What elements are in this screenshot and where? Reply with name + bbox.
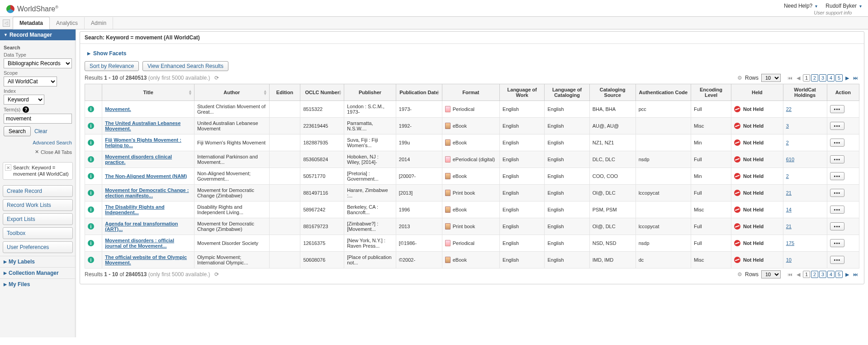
holdings-link[interactable]: 610 — [786, 157, 794, 162]
page-4[interactable]: 4 — [827, 271, 835, 278]
terms-input[interactable] — [4, 114, 72, 124]
row-action-menu[interactable]: ••• — [830, 122, 845, 130]
cell-source: IMD, IMD — [589, 252, 636, 268]
title-link[interactable]: The United Australian Lebanese Movement. — [105, 120, 180, 131]
cell-pubdate: 1996 — [396, 201, 442, 218]
info-icon[interactable]: i — [88, 173, 94, 179]
title-link[interactable]: The Disability Rights and Independent... — [105, 204, 164, 215]
info-icon[interactable]: i — [88, 106, 94, 112]
create-record-button[interactable]: Create Record — [3, 185, 73, 197]
title-link[interactable]: The Non-Aligned Movement (NAM) — [105, 173, 187, 179]
title-link[interactable]: Agenda for real transformation (ART)... — [105, 221, 178, 232]
gear-icon[interactable]: ⚙ — [737, 271, 742, 278]
row-action-menu[interactable]: ••• — [830, 256, 845, 264]
export-lists-button[interactable]: Export Lists — [3, 213, 73, 225]
info-icon[interactable]: i — [88, 240, 94, 246]
clear-link[interactable]: Clear — [34, 128, 47, 134]
sidebar-my-labels[interactable]: ▶My Labels — [0, 256, 76, 267]
sidebar-record-manager-header[interactable]: ▼Record Manager — [0, 29, 76, 40]
row-action-menu[interactable]: ••• — [830, 189, 845, 197]
cell-encoding: Full — [691, 235, 731, 252]
holdings-link[interactable]: 3 — [786, 123, 789, 129]
row-action-menu[interactable]: ••• — [830, 155, 845, 163]
sort-by-relevance-button[interactable]: Sort by Relevance — [85, 61, 139, 71]
holdings-link[interactable]: 10 — [786, 257, 792, 263]
row-action-menu[interactable]: ••• — [830, 206, 845, 214]
tab-analytics[interactable]: Analytics — [50, 17, 85, 29]
info-icon[interactable]: i — [88, 139, 94, 146]
page-5[interactable]: 5 — [835, 74, 843, 81]
holdings-link[interactable]: 21 — [786, 224, 792, 229]
row-action-menu[interactable]: ••• — [830, 222, 845, 230]
sidebar-my-files[interactable]: ▶My Files — [0, 278, 76, 290]
row-action-menu[interactable]: ••• — [830, 105, 845, 113]
search-button[interactable]: Search — [4, 126, 31, 136]
close-all-tabs[interactable]: ✕Close All Tabs — [4, 149, 72, 155]
info-icon[interactable]: i — [88, 206, 94, 213]
chevron-down-icon: ▾ — [859, 4, 862, 9]
open-search-tab[interactable]: ✕ Search: Keyword = movement (All WorldC… — [3, 162, 73, 180]
page-3[interactable]: 3 — [819, 74, 826, 81]
col-publication-date[interactable]: Publication Date▲▼ — [396, 84, 442, 101]
title-link[interactable]: Movement. — [105, 106, 131, 112]
page-last[interactable]: ⏭ — [852, 271, 859, 278]
rows-select[interactable]: 10 — [761, 74, 781, 82]
data-type-select[interactable]: Bibliographic Records — [4, 58, 72, 68]
info-icon[interactable]: i — [88, 156, 94, 163]
info-icon[interactable]: i — [88, 223, 94, 230]
show-facets-toggle[interactable]: ▶Show Facets — [87, 50, 859, 57]
results-summary: Results 1 - 10 of 2840513 (only first 50… — [85, 75, 219, 81]
col-author[interactable]: Author▲▼ — [194, 84, 270, 101]
page-1[interactable]: 1 — [803, 271, 810, 278]
page-2[interactable]: 2 — [811, 74, 818, 81]
gear-icon[interactable]: ⚙ — [737, 75, 742, 81]
page-3[interactable]: 3 — [819, 271, 826, 278]
help-icon[interactable]: ? — [23, 106, 29, 113]
page-1[interactable]: 1 — [803, 74, 810, 81]
close-search-tab-button[interactable]: ✕ — [5, 164, 11, 171]
holdings-link[interactable]: 14 — [786, 207, 792, 212]
tab-metadata[interactable]: Metadata — [13, 17, 50, 29]
index-select[interactable]: Keyword — [4, 95, 44, 105]
title-link[interactable]: Fiji Women's Rights Movement : helping t… — [105, 137, 181, 148]
title-link[interactable]: Movement disorders clinical practice. — [105, 154, 172, 165]
view-enhanced-results-button[interactable]: View Enhanced Search Results — [142, 61, 228, 71]
tab-admin[interactable]: Admin — [85, 17, 113, 29]
cell-encoding: Full — [691, 185, 731, 201]
sidebar-collection-manager[interactable]: ▶Collection Manager — [0, 267, 76, 278]
user-preferences-button[interactable]: User Preferences — [3, 241, 73, 253]
advanced-search-link[interactable]: Advanced Search — [33, 140, 72, 145]
col-title[interactable]: Title▲▼ — [102, 84, 194, 101]
page-last[interactable]: ⏭ — [852, 74, 859, 81]
row-action-menu[interactable]: ••• — [830, 239, 845, 247]
title-link[interactable]: The official website of the Olympic Move… — [105, 254, 187, 265]
collapse-sidebar-button[interactable]: ◁ — [3, 19, 10, 27]
row-action-menu[interactable]: ••• — [830, 172, 845, 180]
refresh-icon[interactable]: ⟳ — [214, 75, 219, 81]
user-menu[interactable]: Rudolf Byker▾ — [825, 3, 862, 9]
page-2[interactable]: 2 — [811, 271, 818, 278]
title-link[interactable]: Movement disorders : official journal of… — [105, 238, 174, 249]
holdings-link[interactable]: 2 — [786, 140, 789, 145]
title-link[interactable]: Movement for Democratic Change : electio… — [105, 187, 189, 198]
scope-select[interactable]: All WorldCat — [4, 77, 57, 86]
page-next[interactable]: ▶ — [844, 74, 851, 81]
page-4[interactable]: 4 — [827, 74, 835, 81]
refresh-icon[interactable]: ⟳ — [214, 271, 219, 278]
help-menu[interactable]: Need Help?▾ — [784, 3, 817, 9]
page-next[interactable]: ▶ — [844, 271, 851, 278]
row-action-menu[interactable]: ••• — [830, 139, 845, 147]
col-oclc-number[interactable]: OCLC Number▲▼ — [300, 84, 344, 101]
record-work-lists-button[interactable]: Record Work Lists — [3, 199, 73, 211]
rows-select-bottom[interactable]: 10 — [761, 270, 781, 278]
holdings-link[interactable]: 175 — [786, 240, 794, 246]
holdings-link[interactable]: 21 — [786, 190, 792, 196]
holdings-link[interactable]: 22 — [786, 106, 792, 112]
info-icon[interactable]: i — [88, 257, 94, 263]
toolbox-button[interactable]: Toolbox — [3, 227, 73, 239]
info-icon[interactable]: i — [88, 190, 94, 196]
info-icon[interactable]: i — [88, 123, 94, 129]
page-5[interactable]: 5 — [835, 271, 843, 278]
holdings-link[interactable]: 2 — [786, 173, 789, 179]
brand-logo-icon — [6, 5, 14, 13]
